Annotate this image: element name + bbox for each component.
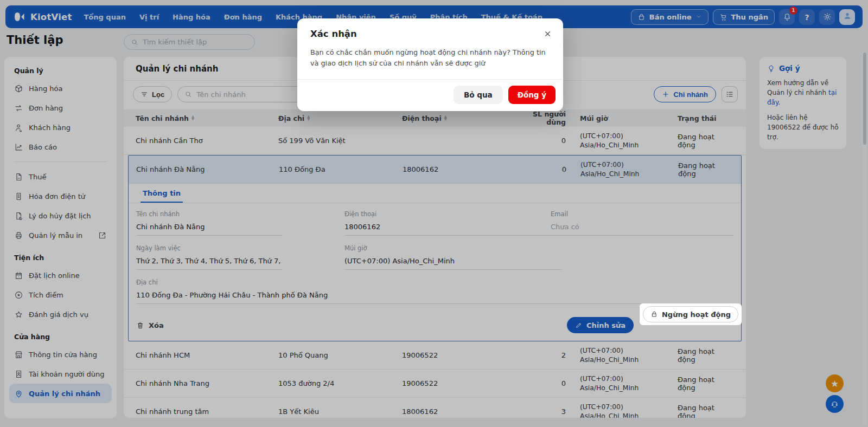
dismiss-button[interactable]: Bỏ qua <box>454 86 503 104</box>
dialog-message: Bạn có chắc chắn muốn ngừng hoạt động ch… <box>297 45 563 79</box>
close-button[interactable] <box>540 27 554 41</box>
lock-icon <box>650 310 658 318</box>
dialog-title: Xác nhận <box>310 29 357 39</box>
confirm-dialog: Xác nhận Bạn có chắc chắn muốn ngừng hoạ… <box>297 18 563 111</box>
confirm-button[interactable]: Đồng ý <box>508 86 556 104</box>
deactivate-branch-button[interactable]: Ngừng hoạt động <box>643 306 738 322</box>
close-icon <box>544 30 552 38</box>
deactivate-button-spotlight: Ngừng hoạt động <box>640 303 742 325</box>
